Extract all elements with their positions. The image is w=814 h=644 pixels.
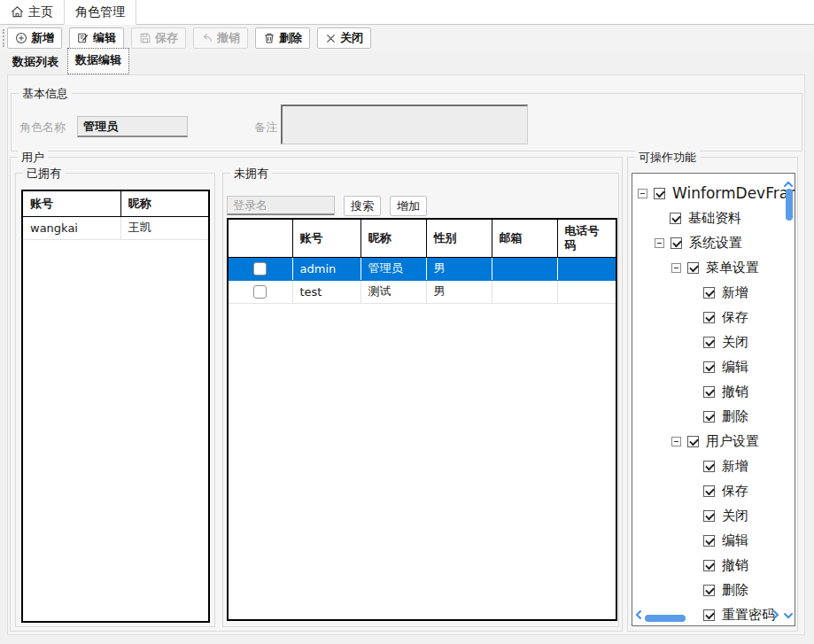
collapse-icon[interactable] [671,263,681,273]
tree-item[interactable]: 保存 [632,478,795,503]
add-button-label: 增加 [397,199,420,213]
close-button[interactable]: 关闭 [317,27,371,49]
tree-item[interactable]: 用户设置 [632,429,795,454]
collapse-icon[interactable] [638,189,647,198]
table-row-selected[interactable]: admin 管理员 男 [229,257,616,280]
functions-title: 可操作功能 [635,150,700,166]
collapse-icon[interactable] [671,437,681,446]
column-header-phone[interactable]: 电话号码 [557,220,616,257]
remark-label: 备注 [254,120,277,136]
tab-home-label: 主页 [28,4,53,20]
collapse-icon[interactable] [655,238,664,248]
checkbox-checked-icon[interactable] [703,411,715,423]
login-name-input[interactable] [227,196,335,215]
scroll-down-icon[interactable] [783,608,794,624]
scroll-right-icon[interactable] [771,608,780,624]
tree-item[interactable]: 撤销 [632,379,795,404]
row-checkbox[interactable] [253,285,267,299]
tree-item[interactable]: 保存 [632,305,795,330]
cell-email [492,257,557,280]
checkbox-checked-icon[interactable] [703,609,715,621]
tree-item-label: 撤销 [722,557,748,574]
tree-item[interactable]: 关闭 [632,503,795,528]
table-row[interactable]: wangkai 王凯 [23,216,208,239]
tab-home[interactable]: 主页 [0,0,64,24]
cell-phone [557,280,616,303]
unowned-users-table[interactable]: 账号 昵称 性别 邮箱 电话号码 admin 管理员 [227,218,617,621]
horizontal-scrollbar-thumb[interactable] [645,615,686,622]
column-header-account[interactable]: 账号 [23,191,120,216]
tree-item[interactable]: 撤销 [632,553,795,578]
remark-textarea[interactable] [281,105,528,144]
tree-item-root[interactable]: WinformDevFram [632,181,795,206]
basic-info-title: 基本信息 [19,86,72,102]
tab-data-edit[interactable]: 数据编辑 [67,48,129,74]
tree-item[interactable]: 删除 [632,578,795,602]
tree-item-label: 菜单设置 [706,260,759,276]
checkbox-checked-icon[interactable] [703,337,715,348]
home-icon [11,5,24,19]
delete-button-label: 删除 [279,30,302,46]
users-group: 用户 已拥有 账号 昵称 [10,157,623,632]
save-button-label: 保存 [155,30,178,46]
checkbox-checked-icon[interactable] [687,436,699,447]
main-tab-bar: 主页 角色管理 [0,0,814,25]
tab-role-management[interactable]: 角色管理 [64,0,136,25]
scroll-left-icon[interactable] [634,608,643,624]
tree-item[interactable]: 关闭 [632,330,795,354]
tree-item-label: 新增 [722,284,748,301]
save-button[interactable]: 保存 [131,27,186,49]
tree-item[interactable]: 删除 [632,404,795,429]
tree-item[interactable]: 系统设置 [632,230,795,255]
checkbox-checked-icon[interactable] [671,237,682,249]
column-header-gender[interactable]: 性别 [426,220,492,257]
undo-button[interactable]: 撤销 [193,27,248,49]
row-checkbox[interactable] [253,262,267,275]
cell-account: admin [292,257,360,280]
new-button[interactable]: 新增 [7,27,62,49]
checkbox-checked-icon[interactable] [703,535,715,547]
checkbox-checked-icon[interactable] [703,361,715,373]
toolbar-grip[interactable] [3,29,4,47]
tree-item[interactable]: 基础资料 [632,206,795,230]
search-button[interactable]: 搜索 [344,196,381,216]
tree-item[interactable]: 新增 [632,280,795,305]
table-row[interactable]: test 测试 男 [229,280,616,303]
tab-data-list-label: 数据列表 [12,55,58,68]
save-icon [139,32,151,44]
tree-item-label: 系统设置 [689,235,742,252]
tree-item-label: 关闭 [722,508,748,524]
checkbox-checked-icon[interactable] [687,262,699,274]
checkbox-checked-icon[interactable] [654,188,665,199]
tree-item[interactable]: 编辑 [632,354,795,379]
vertical-scrollbar-thumb[interactable] [786,189,793,221]
unowned-table-header: 账号 昵称 性别 邮箱 电话号码 [229,220,616,257]
column-header-account[interactable]: 账号 [292,220,360,257]
delete-button[interactable]: 删除 [255,27,310,49]
checkbox-checked-icon[interactable] [670,213,681,224]
checkbox-checked-icon[interactable] [703,287,715,299]
tree-item-label: 删除 [722,582,748,599]
checkbox-checked-icon[interactable] [703,585,715,596]
checkbox-checked-icon[interactable] [703,485,715,497]
column-header-checkbox[interactable] [229,220,292,257]
add-button[interactable]: 增加 [390,196,427,216]
checkbox-checked-icon[interactable] [703,461,715,472]
column-header-nickname[interactable]: 昵称 [120,191,208,216]
role-name-input[interactable] [77,116,188,137]
checkbox-checked-icon[interactable] [703,510,715,522]
tree-item[interactable]: 菜单设置 [632,255,795,280]
tree-item[interactable]: 新增 [632,454,795,478]
edit-button[interactable]: 编辑 [69,27,124,49]
cell-gender: 男 [426,280,492,303]
column-header-email[interactable]: 邮箱 [492,220,557,257]
column-header-nickname[interactable]: 昵称 [360,220,426,257]
checkbox-checked-icon[interactable] [703,560,715,571]
tab-data-list[interactable]: 数据列表 [7,50,64,74]
functions-tree[interactable]: WinformDevFram 基础资料 系统设置 菜单设置 [632,173,795,626]
users-title: 用户 [18,150,48,166]
checkbox-checked-icon[interactable] [703,312,715,323]
tree-item[interactable]: 编辑 [632,528,795,553]
owned-users-table[interactable]: 账号 昵称 wangkai 王凯 [21,190,210,623]
checkbox-checked-icon[interactable] [703,386,715,398]
